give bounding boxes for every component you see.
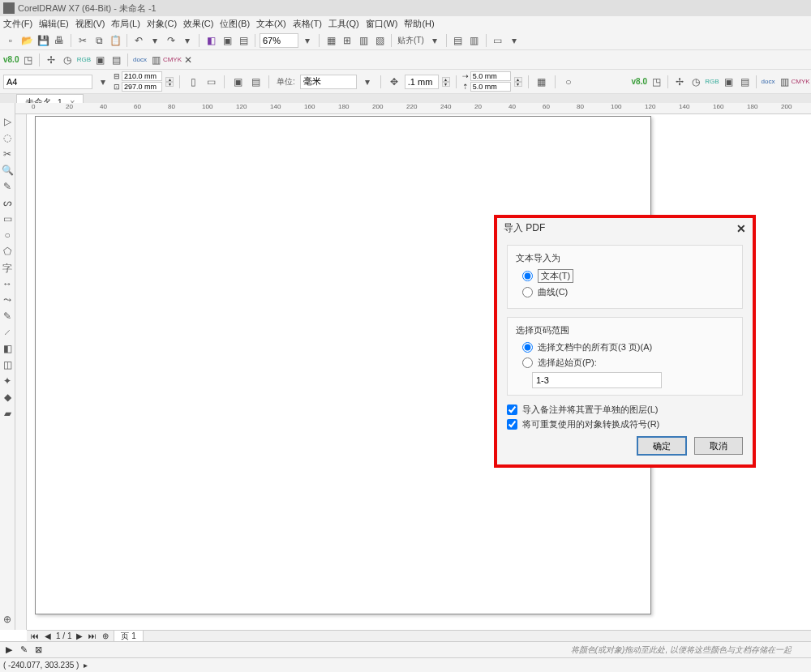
menu-edit[interactable]: 编辑(E) [39,18,69,30]
radio-startpage[interactable] [522,357,533,368]
radio-curves[interactable] [522,287,533,297]
menu-bitmap[interactable]: 位图(B) [220,18,250,30]
menu-layout[interactable]: 布局(L) [111,18,139,30]
menu-tools[interactable]: 工具(Q) [328,18,359,30]
dup-spinner[interactable]: ▴▾ [514,77,522,87]
snap-label[interactable]: 贴齐(T) [397,35,424,46]
plugin-icon-1[interactable]: ◳ [20,53,35,67]
plugin-icon-2[interactable]: ✢ [44,53,58,67]
plugin2-barcode-icon[interactable]: ▥ [777,75,792,89]
plugin-icon-3[interactable]: ◷ [60,53,75,67]
menu-window[interactable]: 窗口(W) [366,18,398,30]
menu-view[interactable]: 视图(V) [75,18,105,30]
plugin-icon-4[interactable]: ▣ [92,53,107,67]
menu-object[interactable]: 对象(C) [147,18,177,30]
no-fill-icon[interactable]: ▶ [3,644,15,656]
edit-fill-tool-icon[interactable]: ✎ [2,310,13,322]
eyedropper-tool-icon[interactable]: ✦ [2,375,13,387]
redo-icon[interactable]: ↷ [164,33,178,48]
grid-icon[interactable]: ▥ [356,33,371,48]
dup-x-input[interactable] [470,71,511,81]
menu-help[interactable]: 帮助(H) [404,18,434,30]
zoom-input[interactable] [260,33,298,48]
plugin2-icon-2[interactable]: ✢ [672,75,687,89]
nudge-spinner[interactable]: ▴▾ [442,77,450,87]
last-page-icon[interactable]: ⏭ [88,631,97,640]
unit-select[interactable] [300,75,357,89]
color-none-icon[interactable]: ⊠ [32,644,44,656]
plugin2-cmyk-icon[interactable]: CMYK [793,75,808,89]
export-icon[interactable]: ▣ [220,33,234,48]
outline-none-icon[interactable]: ✎ [18,644,29,656]
open-icon[interactable]: 📂 [19,33,34,48]
undo-dropdown-icon[interactable]: ▾ [148,33,162,48]
first-page-icon[interactable]: ⏮ [30,631,40,640]
zoom-tool-icon[interactable]: 🔍 [2,165,13,176]
import-icon[interactable]: ◧ [204,33,218,48]
plugin2-icon-4[interactable]: ▣ [721,75,736,89]
pagesize-dropdown-icon[interactable]: ▾ [96,75,110,89]
dialog-close-icon[interactable]: ✕ [736,222,746,235]
menu-effects[interactable]: 效果(C) [183,18,213,30]
pagesize-select[interactable] [3,75,92,89]
plugin-icon-5[interactable]: ▤ [109,53,123,67]
fullscreen-icon[interactable]: ▦ [324,33,338,48]
paste-icon[interactable]: 📋 [108,33,122,48]
outline-tool-icon[interactable]: ◆ [2,392,13,403]
rulers-icon[interactable]: ⊞ [340,33,354,48]
allpages-icon[interactable]: ▣ [230,75,245,89]
nudge-input[interactable] [405,75,439,89]
plugin2-icon-5[interactable]: ▤ [737,75,752,89]
print-icon[interactable]: 🖶 [52,33,67,48]
checkbox-comments[interactable] [507,404,517,415]
transparency-tool-icon[interactable]: ◫ [2,359,13,370]
save-icon[interactable]: 💾 [36,33,50,48]
fill-tool-icon[interactable]: ▰ [2,408,13,419]
options-icon[interactable]: ○ [561,75,576,89]
guides-icon[interactable]: ▧ [372,33,387,48]
portrait-icon[interactable]: ▯ [186,75,200,89]
treat-as-filled-icon[interactable]: ▦ [534,75,549,89]
undo-icon[interactable]: ↶ [131,33,146,48]
add-page-icon[interactable]: ⊕ [101,631,110,640]
interactive-tool-icon[interactable]: ◧ [2,343,13,354]
plugin-docx-icon[interactable]: docx [132,53,147,67]
page-width-input[interactable] [122,71,162,81]
cut-icon[interactable]: ✂ [75,33,90,48]
polygon-tool-icon[interactable]: ⬠ [2,246,13,257]
ellipse-tool-icon[interactable]: ○ [2,229,13,241]
rectangle-tool-icon[interactable]: ▭ [2,213,13,225]
dropper-tool-icon[interactable]: ⟋ [2,327,13,338]
options-icon[interactable]: ▤ [451,33,466,48]
plugin2-rgb-icon[interactable]: RGB [705,75,719,89]
plugin-icon-6[interactable]: ✕ [181,53,195,67]
menu-file[interactable]: 文件(F) [3,18,32,30]
app-launcher-icon[interactable]: ▭ [491,33,505,48]
dim-spinner[interactable]: ▴▾ [165,77,174,87]
menu-text[interactable]: 文本(X) [256,18,286,30]
launch-icon[interactable]: ▥ [467,33,482,48]
pick-tool-icon[interactable]: ▷ [2,116,13,127]
page-height-input[interactable] [122,82,162,92]
quick-customize-icon[interactable]: ⊕ [2,614,13,625]
next-page-icon[interactable]: ▶ [75,631,84,640]
crop-tool-icon[interactable]: ✂ [2,148,13,160]
radio-allpages[interactable] [522,342,533,353]
currentpage-icon[interactable]: ▤ [248,75,263,89]
text-tool-icon[interactable]: 字 [2,262,13,273]
plugin-cmyk-icon[interactable]: CMYK [165,53,179,67]
connector-tool-icon[interactable]: ⤳ [2,294,13,306]
redo-dropdown-icon[interactable]: ▾ [180,33,195,48]
publish-icon[interactable]: ▤ [236,33,251,48]
dimension-tool-icon[interactable]: ↔ [2,278,13,289]
dup-y-input[interactable] [470,82,511,92]
radio-text[interactable] [522,271,533,281]
new-icon[interactable]: ▫ [3,33,18,48]
menu-table[interactable]: 表格(T) [293,18,322,30]
copy-icon[interactable]: ⧉ [92,33,106,48]
landscape-icon[interactable]: ▭ [204,75,218,89]
plugin2-icon-3[interactable]: ◷ [689,75,703,89]
cancel-button[interactable]: 取消 [694,437,743,455]
prev-page-icon[interactable]: ◀ [43,631,53,640]
zoom-dropdown-icon[interactable]: ▾ [300,33,315,48]
